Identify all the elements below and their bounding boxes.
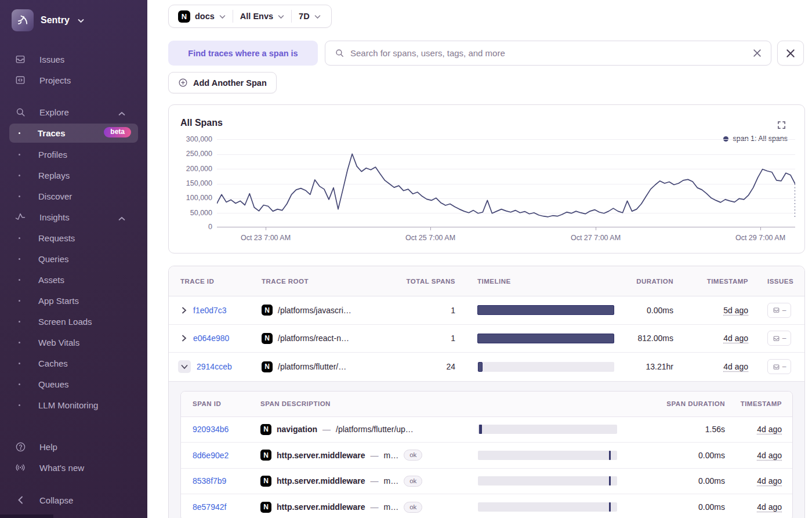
separator: — (371, 502, 379, 512)
span-id-link[interactable]: 8538f7b9 (181, 476, 260, 486)
sidebar-item-assets[interactable]: Assets (0, 269, 147, 290)
bullet-dot (19, 237, 20, 239)
chevron-up-icon[interactable] (118, 213, 125, 223)
trace-id-link[interactable]: e064e980 (193, 334, 229, 343)
issues-button[interactable]: – (767, 359, 791, 374)
span-search-box (325, 41, 771, 66)
trace-row[interactable]: f1e0d7c3 N /platforms/javascri… 1 0.00ms… (169, 296, 804, 325)
column-header: DURATION (621, 278, 679, 285)
sidebar-item-replays[interactable]: Replays (0, 165, 147, 186)
chevron-down-icon (78, 15, 84, 26)
timeline-tick (609, 502, 611, 512)
span-id-link[interactable]: 8e57942f (181, 502, 260, 512)
sidebar-collapse: Collapse (0, 490, 147, 510)
environment-selector[interactable]: All Envs (233, 12, 291, 21)
fullscreen-icon[interactable] (777, 121, 786, 132)
total-spans-value: 1 (402, 334, 461, 343)
search-input[interactable] (350, 48, 747, 58)
separator: — (322, 425, 331, 434)
timeline-bar (478, 362, 483, 372)
column-header: TIMELINE (461, 278, 621, 285)
chevron-up-icon[interactable] (118, 108, 125, 118)
chevron-down-icon (278, 12, 284, 21)
sidebar-item-app-starts[interactable]: App Starts (0, 290, 147, 311)
all-spans-chart-panel: All Spans span 1: All spans 300,000 250,… (168, 104, 805, 253)
column-header: SPAN ID (181, 400, 260, 407)
timeline-track (477, 334, 614, 343)
sidebar-item-web-vitals[interactable]: Web Vitals (0, 332, 147, 353)
sidebar-item-llm-monitoring[interactable]: LLM Monitoring (0, 394, 147, 415)
help-icon (14, 441, 27, 452)
sidebar-item-profiles[interactable]: Profiles (0, 144, 147, 165)
remove-span-query-button[interactable] (777, 41, 804, 66)
y-axis-tick: 200,000 (172, 165, 212, 173)
sidebar-item-label: Help (39, 442, 57, 452)
expand-chevron-icon[interactable] (180, 307, 187, 314)
trace-root-text: /platforms/react-n… (278, 334, 349, 343)
collapse-button[interactable]: Collapse (0, 490, 147, 510)
timeline-track (478, 451, 617, 460)
span-row[interactable]: 920934b6 N navigation — /platforms/flutt… (181, 417, 792, 443)
y-axis-tick: 0 (172, 223, 212, 231)
sidebar-item-discover[interactable]: Discover (0, 186, 147, 207)
sidebar-item-whats-new[interactable]: What's new (0, 457, 147, 478)
issues-button[interactable]: – (767, 303, 791, 318)
date-range-selector[interactable]: 7D (292, 12, 323, 21)
x-axis-label: Oct 29 7:00 AM (720, 234, 801, 242)
project-selector[interactable]: N docs (177, 10, 233, 23)
nextjs-project-icon: N (178, 10, 190, 23)
timeline-track (478, 425, 617, 434)
span-id-link[interactable]: 920934b6 (181, 425, 260, 434)
add-another-span-button[interactable]: Add Another Span (168, 72, 277, 93)
sidebar-item-traces[interactable]: Traces beta (9, 124, 138, 143)
expand-chevron-icon[interactable] (180, 335, 187, 342)
bullet-dot (19, 383, 20, 385)
sidebar-item-queues[interactable]: Queues (0, 374, 147, 394)
y-axis-tick: 150,000 (172, 179, 212, 187)
clear-search-icon[interactable] (753, 49, 762, 57)
x-axis-label: Oct 27 7:00 AM (555, 234, 636, 242)
sidebar: Sentry Issues Projects (0, 0, 147, 518)
span-row[interactable]: 8e57942f N http.server.middleware — m… o… (181, 494, 792, 518)
issues-count-empty: – (782, 306, 786, 314)
section-label: Explore (39, 107, 69, 117)
beta-badge: beta (104, 127, 131, 137)
broadcast-icon (14, 462, 27, 473)
span-row[interactable]: 8538f7b9 N http.server.middleware — m… o… (181, 469, 792, 495)
x-axis-label: Oct 25 7:00 AM (390, 234, 471, 242)
sidebar-item-queries[interactable]: Queries (0, 248, 147, 269)
trace-row-expanded[interactable]: 2914cceb N /platforms/flutter/… 24 13.21… (169, 353, 804, 381)
x-axis-tickmark (596, 227, 596, 230)
bullet-dot (19, 195, 20, 197)
environment-name: All Envs (240, 12, 273, 21)
project-name: docs (195, 12, 215, 21)
trace-row[interactable]: e064e980 N /platforms/react-n… 1 812.00m… (169, 325, 804, 353)
span-op: http.server.middleware (277, 502, 365, 512)
nextjs-project-icon: N (262, 361, 273, 372)
sidebar-item-label: What's new (39, 463, 84, 473)
sidebar-item-requests[interactable]: Requests (0, 227, 147, 248)
bullet-dot (19, 258, 20, 260)
nextjs-project-icon: N (260, 450, 271, 461)
timeline-track (477, 362, 614, 372)
span-row[interactable]: 8d6e90e2 N http.server.middleware — m… o… (181, 443, 792, 469)
collapse-chevron-icon[interactable] (178, 360, 191, 373)
sidebar-item-caches[interactable]: Caches (0, 353, 147, 374)
sidebar-item-help[interactable]: Help (0, 436, 147, 457)
y-axis-tick: 100,000 (172, 194, 212, 202)
workspace-switcher[interactable]: Sentry (12, 8, 138, 32)
expanded-trace-spans: SPAN ID SPAN DESCRIPTION SPAN DURATION T… (169, 381, 804, 518)
projects-icon (14, 74, 27, 86)
span-op: http.server.middleware (277, 476, 365, 486)
sidebar-item-issues[interactable]: Issues (0, 49, 147, 70)
trace-id-link[interactable]: f1e0d7c3 (193, 306, 227, 315)
sidebar-item-projects[interactable]: Projects (0, 70, 147, 90)
span-id-link[interactable]: 8d6e90e2 (181, 451, 260, 460)
nextjs-project-icon: N (260, 502, 271, 513)
sidebar-item-screen-loads[interactable]: Screen Loads (0, 311, 147, 332)
trace-id-link[interactable]: 2914cceb (197, 362, 232, 371)
nextjs-project-icon: N (260, 424, 271, 435)
column-header: ISSUES (754, 278, 804, 285)
issues-button[interactable]: – (767, 331, 791, 346)
traces-table-header: TRACE ID TRACE ROOT TOTAL SPANS TIMELINE… (169, 266, 804, 296)
